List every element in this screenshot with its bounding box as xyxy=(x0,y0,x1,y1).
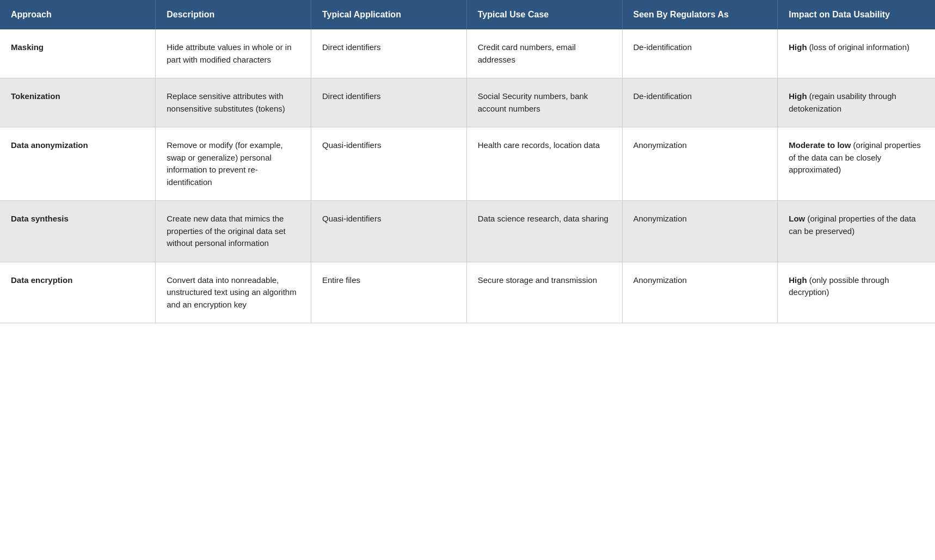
impact-bold-text: High xyxy=(789,91,807,101)
impact-bold-text: Low xyxy=(789,214,805,223)
cell-regulator: Anonymization xyxy=(622,201,778,262)
cell-application: Entire files xyxy=(311,262,467,323)
cell-regulator: Anonymization xyxy=(622,262,778,323)
table-row: Data synthesisCreate new data that mimic… xyxy=(0,201,935,262)
cell-application: Quasi-identifiers xyxy=(311,127,467,201)
table-row: TokenizationReplace sensitive attributes… xyxy=(0,78,935,127)
approach-name: Data encryption xyxy=(11,275,72,285)
impact-bold-text: High xyxy=(789,275,807,285)
cell-description: Remove or modify (for example, swap or g… xyxy=(156,127,311,201)
cell-use-case: Data science research, data sharing xyxy=(466,201,622,262)
header-impact-on-data-usability: Impact on Data Usability xyxy=(778,0,935,29)
header-row: Approach Description Typical Application… xyxy=(0,0,935,29)
impact-rest-text: (original properties of the data can be … xyxy=(789,214,915,236)
cell-application: Quasi-identifiers xyxy=(311,201,467,262)
cell-impact: High (only possible through decryption) xyxy=(778,262,935,323)
table-row: Data anonymizationRemove or modify (for … xyxy=(0,127,935,201)
impact-bold-text: Moderate to low xyxy=(789,140,851,150)
cell-use-case: Health care records, location data xyxy=(466,127,622,201)
cell-impact: Moderate to low (original properties of … xyxy=(778,127,935,201)
approach-name: Tokenization xyxy=(11,91,60,101)
main-table-wrapper: Approach Description Typical Application… xyxy=(0,0,935,560)
cell-approach: Tokenization xyxy=(0,78,156,127)
cell-application: Direct identifiers xyxy=(311,78,467,127)
cell-approach: Data synthesis xyxy=(0,201,156,262)
data-table: Approach Description Typical Application… xyxy=(0,0,935,323)
impact-bold-text: High xyxy=(789,42,807,52)
cell-description: Convert data into nonreadable, unstructu… xyxy=(156,262,311,323)
approach-name: Masking xyxy=(11,42,44,52)
cell-use-case: Social Security numbers, bank account nu… xyxy=(466,78,622,127)
cell-description: Hide attribute values in whole or in par… xyxy=(156,29,311,78)
table-row: Data encryptionConvert data into nonread… xyxy=(0,262,935,323)
header-typical-use-case: Typical Use Case xyxy=(466,0,622,29)
cell-approach: Data anonymization xyxy=(0,127,156,201)
cell-approach: Masking xyxy=(0,29,156,78)
cell-use-case: Secure storage and transmission xyxy=(466,262,622,323)
cell-application: Direct identifiers xyxy=(311,29,467,78)
approach-name: Data synthesis xyxy=(11,214,69,223)
impact-rest-text: (loss of original information) xyxy=(807,42,909,52)
cell-approach: Data encryption xyxy=(0,262,156,323)
cell-impact: High (loss of original information) xyxy=(778,29,935,78)
approach-name: Data anonymization xyxy=(11,140,88,150)
cell-use-case: Credit card numbers, email addresses xyxy=(466,29,622,78)
table-row: MaskingHide attribute values in whole or… xyxy=(0,29,935,78)
cell-impact: High (regain usability through detokeniz… xyxy=(778,78,935,127)
cell-regulator: De-identification xyxy=(622,78,778,127)
header-description: Description xyxy=(156,0,311,29)
header-approach: Approach xyxy=(0,0,156,29)
cell-description: Replace sensitive attributes with nonsen… xyxy=(156,78,311,127)
cell-regulator: Anonymization xyxy=(622,127,778,201)
header-seen-by-regulators: Seen By Regulators As xyxy=(622,0,778,29)
cell-impact: Low (original properties of the data can… xyxy=(778,201,935,262)
cell-regulator: De-identification xyxy=(622,29,778,78)
cell-description: Create new data that mimics the properti… xyxy=(156,201,311,262)
header-typical-application: Typical Application xyxy=(311,0,467,29)
